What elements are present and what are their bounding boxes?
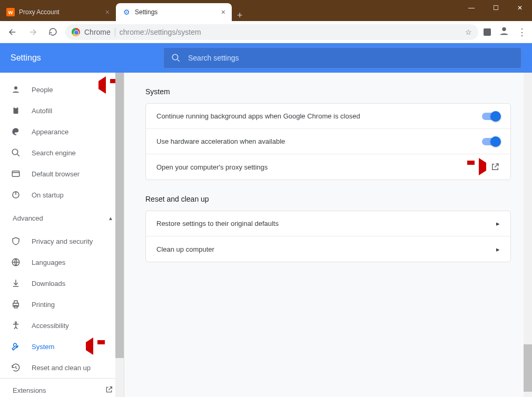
reset-card: Restore settings to their original defau… <box>145 211 511 262</box>
sidebar-item-label: People <box>32 86 53 94</box>
bookmark-star-icon[interactable]: ☆ <box>465 28 472 36</box>
gear-icon: ⚙ <box>122 8 131 16</box>
address-bar: Chrome chrome://settings/system ☆ ••• ⋮ <box>0 21 532 43</box>
svg-rect-4 <box>15 107 17 108</box>
person-icon <box>11 85 21 94</box>
sidebar-item-downloads[interactable]: Downloads <box>0 273 124 294</box>
sidebar: People Autofill Appearance Search engine… <box>0 73 124 397</box>
palette-icon <box>11 127 21 136</box>
chrome-icon <box>72 28 80 36</box>
annotation-arrow <box>479 163 486 171</box>
sidebar-item-people[interactable]: People <box>0 79 124 100</box>
tab-title: Proxy Account <box>19 8 60 16</box>
new-tab-button[interactable]: + <box>232 10 248 21</box>
sidebar-item-label: Appearance <box>32 128 68 136</box>
sidebar-item-printing[interactable]: Printing <box>0 294 124 315</box>
back-button[interactable] <box>5 25 20 39</box>
sidebar-scrollbar[interactable] <box>115 73 124 397</box>
menu-icon[interactable]: ⋮ <box>517 26 527 38</box>
sidebar-item-search-engine[interactable]: Search engine <box>0 142 124 163</box>
sidebar-item-autofill[interactable]: Autofill <box>0 100 124 121</box>
sidebar-item-label: Downloads <box>32 280 65 287</box>
sidebar-item-label: Default browser <box>32 170 80 178</box>
sidebar-item-on-startup[interactable]: On startup <box>0 184 124 205</box>
content-scrollbar[interactable] <box>524 73 532 397</box>
row-cleanup-computer[interactable]: Clean up computer ▸ <box>146 236 510 262</box>
tab-settings[interactable]: ⚙ Settings × <box>116 3 232 21</box>
sidebar-item-system[interactable]: System <box>0 336 124 357</box>
tab-proxy-account[interactable]: w Proxy Account × <box>0 3 116 21</box>
sidebar-item-languages[interactable]: Languages <box>0 252 124 273</box>
window-controls: — ☐ ✕ <box>459 0 532 16</box>
search-input[interactable] <box>188 54 514 62</box>
tab-favicon: w <box>6 8 15 16</box>
sidebar-item-label: Autofill <box>32 107 52 115</box>
search-settings[interactable] <box>163 47 521 68</box>
sidebar-item-extensions[interactable]: Extensions <box>0 379 124 397</box>
sidebar-item-label: Search engine <box>32 149 76 157</box>
page-title: Settings <box>11 53 41 63</box>
sidebar-item-label: System <box>32 343 54 351</box>
chevron-up-icon: ▲ <box>108 215 113 221</box>
sidebar-advanced-toggle[interactable]: Advanced ▲ <box>0 205 124 231</box>
globe-icon <box>11 257 21 267</box>
url-text: chrome://settings/system <box>115 28 201 36</box>
advanced-label: Advanced <box>13 214 43 222</box>
main: People Autofill Appearance Search engine… <box>0 73 532 397</box>
minimize-button[interactable]: — <box>459 0 484 16</box>
content-area: System Continue running background apps … <box>124 73 532 397</box>
close-icon[interactable]: × <box>221 8 225 16</box>
clipboard-icon <box>11 106 21 115</box>
close-window-button[interactable]: ✕ <box>508 0 532 16</box>
row-restore-defaults[interactable]: Restore settings to their original defau… <box>146 211 510 236</box>
svg-point-12 <box>15 322 17 323</box>
sidebar-item-label: Accessibility <box>32 322 69 330</box>
svg-rect-3 <box>14 107 18 114</box>
printer-icon <box>11 300 21 309</box>
sidebar-item-label: Reset and clean up <box>32 364 91 372</box>
annotation-arrow <box>86 342 93 350</box>
sidebar-item-label: Languages <box>32 259 65 266</box>
sidebar-item-label: Privacy and security <box>32 237 93 245</box>
sidebar-item-appearance[interactable]: Appearance <box>0 121 124 142</box>
omnibox[interactable]: Chrome chrome://settings/system ☆ <box>65 24 478 40</box>
toggle-on[interactable] <box>482 138 500 145</box>
wrench-icon <box>11 342 21 351</box>
titlebar: w Proxy Account × ⚙ Settings × + — ☐ ✕ <box>0 0 532 21</box>
download-icon <box>11 279 21 288</box>
row-background-apps[interactable]: Continue running background apps when Go… <box>146 104 510 129</box>
svg-rect-10 <box>14 301 17 303</box>
maximize-button[interactable]: ☐ <box>484 0 508 16</box>
sidebar-item-reset[interactable]: Reset and clean up <box>0 357 124 378</box>
sidebar-item-privacy[interactable]: Privacy and security <box>0 231 124 252</box>
chevron-right-icon: ▸ <box>496 245 500 253</box>
external-link-icon[interactable] <box>490 162 500 172</box>
row-label: Open your computer's proxy settings <box>156 163 268 171</box>
shield-icon <box>11 236 21 246</box>
profile-icon[interactable] <box>498 25 510 39</box>
close-icon[interactable]: × <box>105 8 110 16</box>
search-icon <box>171 53 181 63</box>
section-title-system: System <box>145 87 511 96</box>
svg-point-5 <box>12 149 18 155</box>
browser-icon <box>11 169 21 178</box>
sidebar-item-accessibility[interactable]: Accessibility <box>0 315 124 336</box>
row-proxy-settings[interactable]: Open your computer's proxy settings <box>146 154 510 180</box>
sidebar-item-default-browser[interactable]: Default browser <box>0 163 124 184</box>
forward-button[interactable] <box>25 25 40 39</box>
toggle-on[interactable] <box>482 113 500 120</box>
section-title-reset: Reset and clean up <box>145 195 511 203</box>
extension-icon[interactable]: ••• <box>484 28 491 36</box>
reload-button[interactable] <box>45 25 60 39</box>
svg-rect-6 <box>12 171 19 177</box>
svg-point-2 <box>14 86 17 90</box>
settings-header: Settings <box>0 43 532 73</box>
system-card: Continue running background apps when Go… <box>145 103 511 180</box>
accessibility-icon <box>11 321 21 330</box>
sidebar-item-label: Printing <box>32 301 55 309</box>
search-icon <box>11 148 21 157</box>
row-label: Use hardware acceleration when available <box>156 137 285 145</box>
row-hardware-accel[interactable]: Use hardware acceleration when available <box>146 129 510 154</box>
power-icon <box>11 190 21 200</box>
svg-point-1 <box>172 54 178 60</box>
